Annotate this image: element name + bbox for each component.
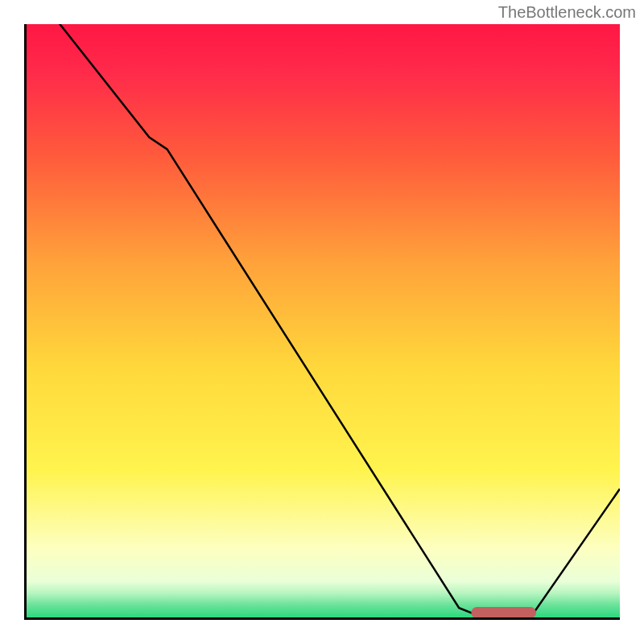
- plot-background: [24, 24, 620, 620]
- chart-svg: [24, 24, 620, 620]
- watermark-text: TheBottleneck.com: [498, 3, 636, 22]
- chart-container: TheBottleneck.com: [0, 0, 644, 644]
